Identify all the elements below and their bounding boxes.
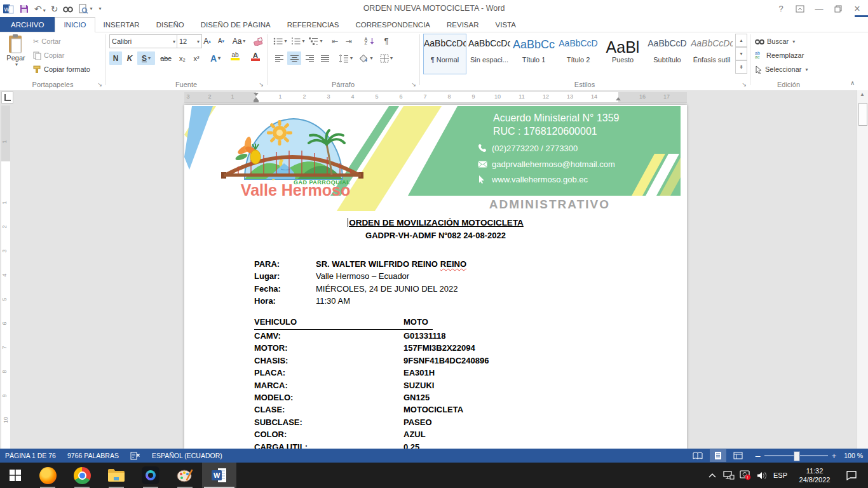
tab-diseno[interactable]: DISEÑO bbox=[148, 17, 193, 32]
align-right-button[interactable] bbox=[302, 51, 316, 65]
style-titulo-2[interactable]: AaBbCcDTítulo 2 bbox=[557, 34, 600, 74]
style-normal[interactable]: AaBbCcDc¶ Normal bbox=[423, 34, 466, 74]
underline-button[interactable]: S▾ bbox=[137, 51, 155, 65]
tab-vista[interactable]: VISTA bbox=[487, 17, 524, 32]
change-case-button[interactable]: Aa▾ bbox=[230, 34, 248, 48]
left-indent-marker[interactable] bbox=[254, 100, 259, 102]
horizontal-ruler[interactable]: 3 2 1 1 2 3 4 5 6 7 8 9 10 11 12 13 14 1… bbox=[184, 92, 687, 103]
taskbar-chrome[interactable] bbox=[65, 463, 99, 488]
right-indent-marker[interactable] bbox=[616, 97, 621, 100]
tray-update-icon[interactable]: ! bbox=[737, 463, 754, 488]
format-painter-button[interactable]: Copiar formato bbox=[33, 63, 90, 76]
zoom-slider-thumb[interactable] bbox=[794, 451, 800, 461]
action-center-button[interactable] bbox=[840, 463, 863, 488]
style-titulo-1[interactable]: AaBbCcTítulo 1 bbox=[512, 34, 555, 74]
cut-button[interactable]: ✂Cortar bbox=[33, 35, 61, 48]
vertical-scrollbar[interactable]: ▲ bbox=[857, 90, 868, 449]
highlight-button[interactable]: ab bbox=[226, 50, 244, 63]
zoom-in-button[interactable]: + bbox=[832, 451, 837, 461]
close-button[interactable]: × bbox=[848, 2, 867, 16]
shading-button[interactable]: ▾ bbox=[357, 51, 375, 65]
style-enfasis-sutil[interactable]: AaBbCcDcÉnfasis sutil bbox=[690, 34, 733, 74]
taskbar-webex[interactable] bbox=[133, 463, 168, 488]
clipboard-dialog-launcher[interactable]: ↘ bbox=[97, 81, 102, 88]
language-indicator[interactable]: ESPAÑOL (ECUADOR) bbox=[152, 452, 222, 459]
tray-show-hidden-icons[interactable] bbox=[704, 463, 721, 488]
align-center-button[interactable] bbox=[287, 51, 301, 65]
tab-stop-selector[interactable] bbox=[1, 92, 13, 104]
styles-more-button[interactable]: ⇟ bbox=[735, 60, 747, 74]
font-color-button[interactable]: A bbox=[247, 50, 264, 63]
show-marks-button[interactable]: ¶ bbox=[380, 34, 393, 48]
increase-indent-button[interactable]: ⇥ bbox=[342, 34, 356, 48]
clear-formatting-button[interactable] bbox=[252, 34, 264, 48]
select-menu-button[interactable]: Seleccionar▾ bbox=[755, 63, 808, 76]
decrease-indent-button[interactable]: ⇤ bbox=[328, 34, 342, 48]
start-button[interactable] bbox=[0, 463, 31, 488]
bold-button[interactable]: N bbox=[109, 51, 122, 65]
collapse-ribbon-button[interactable]: ∧ bbox=[850, 79, 855, 86]
taskbar-word[interactable]: W bbox=[202, 463, 236, 488]
read-mode-button[interactable] bbox=[689, 449, 706, 462]
scrollbar-thumb[interactable] bbox=[858, 103, 867, 126]
replace-button[interactable]: ab ac Reemplazar bbox=[755, 49, 804, 62]
line-spacing-button[interactable]: ▾ bbox=[337, 51, 355, 65]
text-effects-button[interactable]: A▾ bbox=[207, 51, 224, 65]
word-count[interactable]: 9766 PALABRAS bbox=[67, 452, 119, 459]
font-name-combo[interactable]: Calibri▾ bbox=[109, 34, 178, 48]
copy-button[interactable]: Copiar bbox=[33, 49, 64, 62]
font-size-combo[interactable]: 12▾ bbox=[177, 34, 202, 48]
document-page[interactable]: Acuerdo Ministerial N° 1359 RUC : 176812… bbox=[184, 105, 687, 449]
zoom-out-button[interactable]: – bbox=[756, 451, 761, 461]
print-layout-button[interactable] bbox=[710, 449, 726, 462]
numbering-button[interactable]: ▾ bbox=[290, 34, 306, 48]
web-layout-button[interactable] bbox=[730, 449, 747, 462]
paragraph-dialog-launcher[interactable]: ↘ bbox=[411, 81, 416, 88]
taskbar-firefox[interactable] bbox=[31, 463, 65, 488]
tab-correspondencia[interactable]: CORRESPONDENCIA bbox=[347, 17, 438, 32]
vertical-ruler[interactable]: 1 1 2 3 4 5 6 7 8 9 10 bbox=[1, 105, 10, 449]
ribbon-display-options-button[interactable] bbox=[790, 2, 810, 16]
style-sin-espaciado[interactable]: AaBbCcDcSin espaci... bbox=[468, 34, 511, 74]
multilevel-list-button[interactable]: ▾ bbox=[308, 34, 324, 48]
strikethrough-button[interactable]: abc bbox=[158, 51, 174, 65]
style-subtitulo[interactable]: AaBbCcDSubtítulo bbox=[646, 34, 689, 74]
tray-network-icon[interactable] bbox=[721, 463, 737, 488]
styles-scroll-down-button[interactable]: ▾ bbox=[735, 47, 747, 60]
proofing-errors-icon[interactable] bbox=[130, 451, 140, 460]
font-dialog-launcher[interactable]: ↘ bbox=[259, 81, 264, 88]
tab-referencias[interactable]: REFERENCIAS bbox=[279, 17, 348, 32]
restore-button[interactable] bbox=[829, 2, 848, 16]
paste-button[interactable]: Pegar▾ bbox=[3, 34, 29, 77]
tab-revisar[interactable]: REVISAR bbox=[438, 17, 487, 32]
page-indicator[interactable]: PÁGINA 1 DE 76 bbox=[5, 452, 56, 459]
zoom-slider[interactable] bbox=[764, 455, 828, 456]
superscript-button[interactable]: x² bbox=[189, 51, 203, 65]
borders-button[interactable]: ▾ bbox=[377, 51, 395, 65]
help-button[interactable]: ? bbox=[771, 2, 790, 16]
taskbar-paint[interactable] bbox=[168, 463, 202, 488]
tray-clock[interactable]: 11:32 24/8/2022 bbox=[792, 463, 837, 488]
grow-font-button[interactable]: A▴ bbox=[201, 34, 214, 48]
tab-archivo[interactable]: ARCHIVO bbox=[0, 17, 55, 32]
first-line-indent-marker[interactable] bbox=[254, 93, 259, 96]
styles-scroll-up-button[interactable]: ▴ bbox=[735, 34, 747, 47]
shrink-font-button[interactable]: A▾ bbox=[215, 34, 227, 48]
zoom-level[interactable]: 100 % bbox=[844, 452, 863, 459]
tray-language[interactable]: ESP bbox=[770, 463, 790, 488]
find-menu-button[interactable]: Buscar▾ bbox=[755, 35, 795, 48]
scroll-up-button[interactable]: ▲ bbox=[857, 92, 867, 97]
italic-button[interactable]: K bbox=[123, 51, 136, 65]
bullets-button[interactable]: ▾ bbox=[272, 34, 288, 48]
minimize-button[interactable]: — bbox=[810, 2, 829, 16]
taskbar-file-explorer[interactable] bbox=[99, 463, 133, 488]
tab-diseno-pagina[interactable]: DISEÑO DE PÁGINA bbox=[193, 17, 279, 32]
sort-button[interactable]: AZ bbox=[361, 34, 377, 48]
subscript-button[interactable]: x₂ bbox=[175, 51, 189, 65]
style-puesto[interactable]: AaBlPuesto bbox=[601, 34, 644, 74]
align-left-button[interactable] bbox=[272, 51, 286, 65]
justify-button[interactable] bbox=[318, 51, 332, 65]
tray-volume-icon[interactable] bbox=[754, 463, 770, 488]
styles-dialog-launcher[interactable]: ↘ bbox=[742, 81, 747, 88]
tab-insertar[interactable]: INSERTAR bbox=[95, 17, 148, 32]
